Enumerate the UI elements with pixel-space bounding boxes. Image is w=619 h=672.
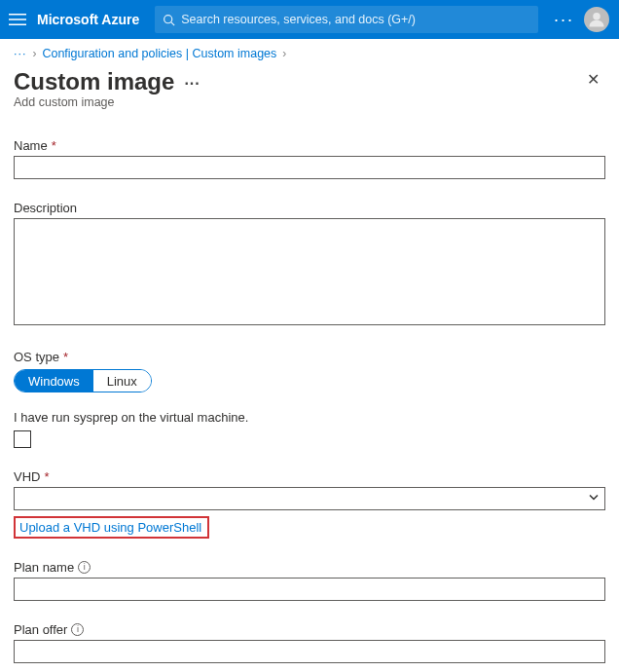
name-input[interactable]	[14, 156, 605, 179]
os-type-label: OS type	[14, 350, 59, 364]
field-plan-offer: Plan offer i	[14, 622, 605, 663]
plan-offer-label: Plan offer	[14, 622, 67, 637]
field-plan-name: Plan name i	[14, 560, 605, 601]
required-asterisk: *	[63, 350, 68, 364]
field-vhd: VHD * Upload a VHD using PowerShell	[14, 469, 605, 539]
description-textarea[interactable]	[14, 218, 605, 325]
azure-top-bar: Microsoft Azure Search resources, servic…	[0, 0, 619, 39]
svg-rect-2	[9, 24, 26, 26]
more-icon[interactable]: ···	[554, 11, 574, 28]
upload-vhd-highlight: Upload a VHD using PowerShell	[14, 516, 209, 539]
search-input[interactable]: Search resources, services, and docs (G+…	[155, 6, 538, 33]
vhd-label: VHD	[14, 469, 40, 484]
svg-rect-0	[9, 14, 26, 16]
breadcrumb: ··· › Configuration and policies | Custo…	[0, 39, 619, 64]
info-icon[interactable]: i	[78, 561, 91, 574]
vhd-select[interactable]	[14, 487, 605, 510]
plan-offer-input[interactable]	[14, 640, 605, 663]
plan-name-input[interactable]	[14, 578, 605, 601]
sysprep-checkbox[interactable]	[14, 430, 31, 448]
field-name: Name *	[14, 138, 605, 179]
info-icon[interactable]: i	[71, 623, 84, 636]
svg-point-5	[593, 13, 601, 20]
name-label: Name	[14, 138, 48, 153]
os-type-toggle: Windows Linux	[14, 369, 152, 392]
field-description: Description	[14, 201, 605, 328]
close-icon[interactable]: ✕	[581, 68, 605, 91]
header-right: ···	[546, 7, 609, 32]
description-label: Description	[14, 201, 77, 215]
upload-vhd-link[interactable]: Upload a VHD using PowerShell	[19, 520, 201, 535]
breadcrumb-link-config[interactable]: Configuration and policies | Custom imag…	[42, 47, 276, 60]
sysprep-helper: I have run sysprep on the virtual machin…	[14, 410, 605, 425]
custom-image-form: Name * Description OS type * Windows Lin…	[0, 113, 619, 672]
title-bar: Custom image ··· ✕	[0, 64, 619, 95]
os-windows-button[interactable]: Windows	[15, 370, 93, 392]
svg-point-3	[164, 15, 172, 22]
page-subtitle: Add custom image	[0, 95, 619, 113]
field-os-type: OS type * Windows Linux	[14, 350, 605, 392]
avatar[interactable]	[584, 7, 609, 32]
page-title: Custom image	[14, 68, 174, 95]
breadcrumb-overflow[interactable]: ···	[14, 47, 26, 60]
required-asterisk: *	[52, 138, 56, 153]
search-icon	[163, 14, 175, 26]
brand-logo[interactable]: Microsoft Azure	[37, 12, 147, 27]
chevron-right-icon: ›	[32, 47, 36, 60]
menu-icon[interactable]	[6, 8, 29, 31]
chevron-right-icon: ›	[282, 47, 286, 60]
os-linux-button[interactable]: Linux	[93, 370, 151, 392]
search-placeholder: Search resources, services, and docs (G+…	[181, 13, 416, 26]
required-asterisk: *	[44, 469, 49, 484]
svg-rect-1	[9, 19, 26, 20]
svg-line-4	[171, 21, 174, 24]
title-more-icon[interactable]: ···	[184, 75, 200, 93]
plan-name-label: Plan name	[14, 560, 74, 575]
